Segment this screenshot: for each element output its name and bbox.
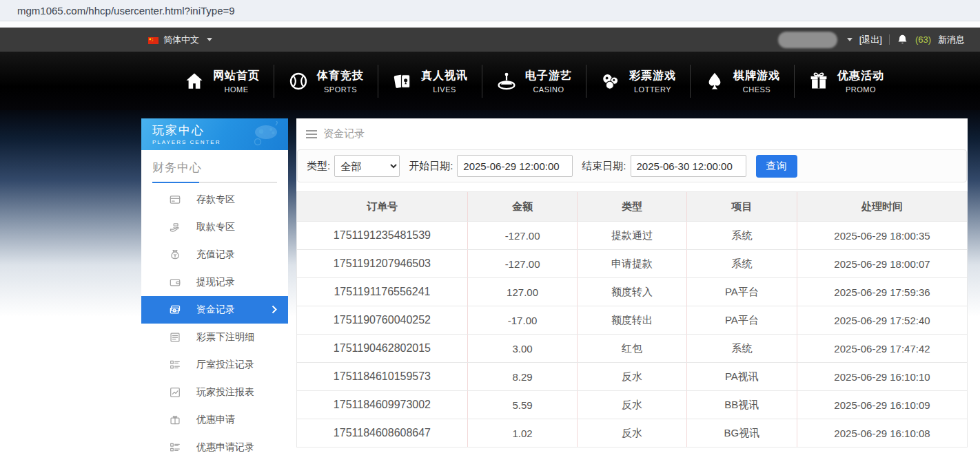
- sidebar-item-label: 优惠申请记录: [196, 441, 254, 453]
- table-row: 1751191176556241127.00额度转入PA平台2025-06-29…: [297, 278, 967, 306]
- language-selector[interactable]: 简体中文: [148, 34, 212, 46]
- nav-item-casino[interactable]: 电子游艺CASINO: [482, 69, 586, 94]
- funds-table: 订单号金额类型项目处理时间1751191235481539-127.00提款通过…: [296, 191, 968, 447]
- table-cell: 额度转出: [578, 306, 686, 334]
- nav-item-lottery[interactable]: 彩票游戏LOTTERY: [586, 69, 690, 94]
- funds-record-icon: [169, 304, 181, 316]
- search-button[interactable]: 查询: [756, 155, 797, 178]
- nav-item-sports[interactable]: 体育竞技SPORTS: [274, 69, 378, 94]
- nav-sublabel: HOME: [213, 85, 260, 94]
- main-content: 资金记录 类型: 全部 开始日期: 结束日期: 查询 订单号金额类型项目处理时间…: [296, 118, 968, 453]
- sidebar-item-充值记录[interactable]: 充值记录: [141, 241, 288, 268]
- start-date-input[interactable]: [457, 155, 573, 177]
- bell-icon[interactable]: [897, 34, 908, 45]
- table-row: 17511904628020153.00红包系统2025-06-29 17:47…: [297, 335, 967, 363]
- message-count[interactable]: (63): [915, 34, 931, 45]
- table-cell: 1751184610159573: [297, 363, 468, 390]
- withdraw-zone-icon: [169, 221, 181, 233]
- nav-item-promo[interactable]: 优惠活动PROMO: [795, 69, 898, 94]
- browser-gap: [0, 21, 980, 28]
- sidebar-item-优惠申请[interactable]: 优惠申请: [141, 406, 288, 434]
- chevron-down-icon[interactable]: [847, 38, 853, 41]
- table-cell: 额度转入: [578, 278, 686, 306]
- china-flag-icon: [148, 36, 159, 43]
- table-cell: 2025-06-29 18:00:35: [797, 222, 967, 249]
- logout-link[interactable]: [退出]: [859, 34, 882, 46]
- sidebar-item-厅室投注记录[interactable]: 厅室投注记录: [141, 351, 288, 379]
- nav-item-chess[interactable]: 棋牌游戏CHESS: [691, 69, 794, 94]
- sidebar-item-label: 提现记录: [196, 276, 235, 288]
- table-cell: 系统: [687, 250, 797, 277]
- type-filter-label: 类型:: [307, 160, 330, 173]
- promo-apply-icon: [169, 414, 181, 426]
- lottery-icon: [600, 71, 621, 92]
- sidebar-item-取款专区[interactable]: 取款专区: [141, 213, 288, 241]
- nav-sublabel: CASINO: [525, 85, 572, 94]
- table-cell: 1751184609973002: [297, 391, 468, 419]
- table-cell: 反水: [578, 391, 686, 419]
- page-url: mgm1065.com/hhcp/usercenter.html?iniType…: [17, 5, 235, 17]
- sidebar-item-提现记录[interactable]: 提现记录: [141, 268, 288, 296]
- type-filter-select[interactable]: 全部: [334, 155, 400, 177]
- message-label[interactable]: 新消息: [938, 34, 965, 46]
- column-header: 类型: [578, 192, 686, 221]
- table-cell: 3.00: [468, 335, 578, 362]
- start-date-label: 开始日期:: [409, 160, 453, 173]
- column-header: 处理时间: [797, 192, 967, 221]
- nav-sublabel: LOTTERY: [629, 85, 676, 94]
- nav-item-home[interactable]: 网站首页HOME: [170, 69, 274, 94]
- table-cell: BG视讯: [687, 419, 797, 447]
- nav-sublabel: SPORTS: [317, 85, 364, 94]
- table-cell: 申请提款: [578, 250, 686, 277]
- menu-icon[interactable]: [306, 130, 317, 138]
- table-cell: 2025-06-29 16:10:08: [797, 419, 967, 447]
- deposit-zone-icon: [169, 193, 181, 206]
- sidebar-item-label: 厅室投注记录: [196, 359, 254, 371]
- table-cell: 反水: [578, 363, 686, 390]
- sidebar-section-underline: [152, 182, 277, 183]
- promo-icon: [808, 71, 829, 92]
- table-cell: 8.29: [468, 363, 578, 390]
- nav-label: 电子游艺: [525, 69, 572, 83]
- casino-icon: [496, 71, 517, 92]
- sidebar-item-label: 资金记录: [196, 304, 235, 316]
- sidebar-menu: 存款专区取款专区充值记录提现记录资金记录彩票下注明细厅室投注记录玩家投注报表优惠…: [141, 186, 288, 453]
- nav-label: 网站首页: [213, 69, 260, 83]
- sidebar-item-label: 存款专区: [196, 193, 235, 206]
- table-row: 17511846086086471.02反水BG视讯2025-06-29 16:…: [297, 419, 967, 447]
- nav-sublabel: LIVES: [421, 85, 468, 94]
- sports-icon: [288, 71, 309, 92]
- table-cell: 2025-06-29 16:10:10: [797, 363, 967, 390]
- sidebar-item-玩家投注报表[interactable]: 玩家投注报表: [141, 379, 288, 406]
- nav-item-lives[interactable]: 真人视讯LIVES: [378, 69, 482, 94]
- user-name-blurred[interactable]: [778, 32, 837, 48]
- table-cell: BB视讯: [687, 391, 797, 419]
- table-cell: 2025-06-29 16:10:09: [797, 391, 967, 419]
- table-cell: 127.00: [468, 278, 578, 306]
- chess-icon: [704, 71, 725, 92]
- nav-sublabel: PROMO: [837, 85, 884, 94]
- table-cell: -17.00: [468, 306, 578, 334]
- breadcrumb: 资金记录: [296, 118, 968, 149]
- recharge-record-icon: [169, 249, 181, 261]
- sidebar-item-label: 优惠申请: [196, 414, 235, 426]
- sidebar-item-优惠申请记录[interactable]: 优惠申请记录: [141, 434, 288, 453]
- table-cell: -127.00: [468, 250, 578, 277]
- table-cell: 1751191207946503: [297, 250, 468, 277]
- sidebar-item-彩票下注明细[interactable]: 彩票下注明细: [141, 324, 288, 351]
- nav-label: 棋牌游戏: [733, 69, 780, 83]
- sidebar-item-label: 取款专区: [196, 221, 235, 233]
- browser-address-bar[interactable]: mgm1065.com/hhcp/usercenter.html?iniType…: [0, 0, 980, 21]
- sidebar-item-label: 玩家投注报表: [196, 386, 254, 399]
- table-cell: 2025-06-29 17:52:40: [797, 306, 967, 334]
- nav-label: 彩票游戏: [629, 69, 676, 83]
- sidebar-item-存款专区[interactable]: 存款专区: [141, 186, 288, 213]
- table-cell: PA视讯: [687, 363, 797, 390]
- column-header: 金额: [468, 192, 578, 221]
- chevron-right-icon: [272, 305, 277, 316]
- table-cell: 反水: [578, 419, 686, 447]
- end-date-input[interactable]: [631, 155, 746, 177]
- sidebar-item-资金记录[interactable]: 资金记录: [141, 296, 288, 324]
- column-header: 订单号: [297, 192, 468, 221]
- table-row: 1751190760040252-17.00额度转出PA平台2025-06-29…: [297, 306, 967, 335]
